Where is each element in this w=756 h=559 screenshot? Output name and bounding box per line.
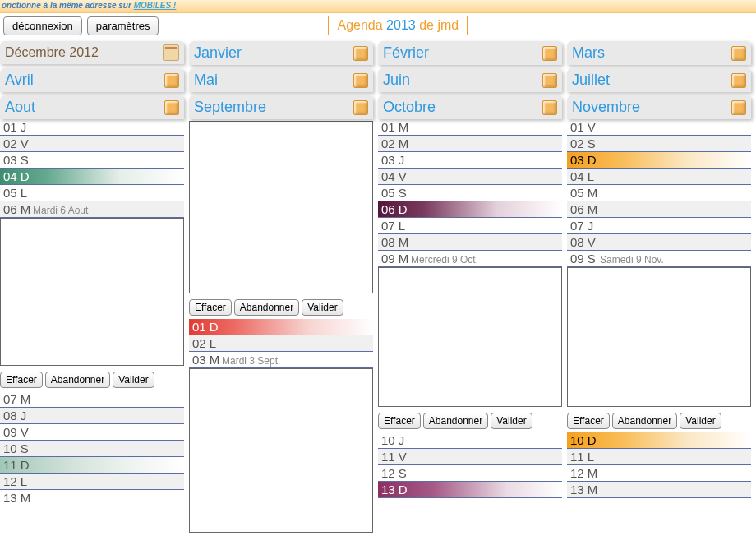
note-icon[interactable] (542, 100, 557, 115)
erase-button[interactable]: Effacer (189, 299, 232, 316)
month-header[interactable]: Aout (0, 95, 184, 119)
note-icon[interactable] (731, 46, 746, 61)
settings-button[interactable]: paramètres (87, 16, 159, 35)
validate-button[interactable]: Valider (302, 299, 343, 316)
month-header[interactable]: Avril (0, 68, 184, 92)
day-row[interactable]: 11 V (378, 449, 562, 465)
day-row[interactable]: 02 V (0, 136, 184, 152)
note-textarea[interactable] (189, 368, 373, 533)
day-editor-top: Effacer Abandonner Valider (189, 121, 373, 319)
day-row[interactable]: 07 M (0, 391, 184, 408)
validate-button[interactable]: Valider (680, 413, 721, 429)
day-row[interactable]: 04 V (378, 169, 562, 185)
day-number: 01 M (381, 120, 418, 134)
validate-button[interactable]: Valider (491, 413, 532, 429)
note-textarea[interactable] (0, 218, 184, 366)
month-header[interactable]: Mai (189, 68, 373, 92)
day-row[interactable]: 10 J (378, 432, 562, 449)
note-icon[interactable] (353, 46, 368, 61)
month-header[interactable]: Février (378, 41, 562, 65)
validate-button[interactable]: Valider (113, 372, 154, 388)
day-number: 04 V (381, 169, 418, 183)
day-row[interactable]: 05 M (567, 185, 751, 201)
day-row[interactable]: 01 D (189, 319, 373, 335)
day-row[interactable]: 02 S (567, 136, 751, 152)
erase-button[interactable]: Effacer (567, 413, 610, 429)
day-row[interactable]: 10 D (567, 432, 751, 449)
month-header[interactable]: Septembre (189, 95, 373, 119)
day-row[interactable]: 04 L (567, 169, 751, 185)
day-row[interactable]: 08 V (567, 234, 751, 251)
day-row[interactable]: 11 D (0, 457, 184, 474)
day-row[interactable]: 05 S (378, 185, 562, 201)
note-icon[interactable] (164, 73, 179, 88)
note-textarea[interactable] (189, 121, 373, 293)
abandon-button[interactable]: Abandonner (612, 413, 677, 429)
month-header[interactable]: Juillet (567, 68, 751, 92)
month-novembre: Novembre 01 V02 S03 D04 L05 M06 M07 J08 … (567, 95, 751, 535)
day-row[interactable]: 03 D (567, 152, 751, 169)
day-row[interactable]: 13 M (0, 490, 184, 506)
abandon-button[interactable]: Abandonner (45, 372, 110, 388)
day-number: 12 M (570, 466, 607, 480)
day-row[interactable]: 03 S (0, 152, 184, 169)
note-icon[interactable] (164, 100, 179, 115)
day-row[interactable]: 12 L (0, 474, 184, 490)
day-row[interactable]: 13 D (378, 482, 562, 498)
day-number: 11 D (3, 458, 40, 472)
month-header[interactable]: Janvier (189, 41, 373, 65)
day-row[interactable]: 12 M (567, 465, 751, 482)
month-label: Mars (572, 44, 605, 62)
note-textarea[interactable] (567, 267, 751, 407)
day-row[interactable]: 08 M (378, 234, 562, 251)
logout-button[interactable]: déconnexion (3, 16, 82, 35)
day-number: 12 L (3, 474, 40, 488)
month-label: Juillet (572, 72, 610, 89)
day-row[interactable]: 10 S (0, 441, 184, 457)
day-number: 01 J (3, 120, 40, 134)
banner-mobiles[interactable]: MOBILES ! (134, 1, 177, 10)
month-header[interactable]: Octobre (378, 95, 562, 119)
month-header[interactable]: Juin (378, 68, 562, 92)
note-icon[interactable] (731, 73, 746, 88)
status-banner: onctionne à la même adresse sur MOBILES … (0, 0, 756, 13)
calendar-icon[interactable] (163, 44, 179, 61)
day-row[interactable]: 08 J (0, 408, 184, 424)
day-row[interactable]: 06 D (378, 201, 562, 218)
day-number: 03 D (570, 153, 607, 167)
day-row[interactable]: 01 V (567, 119, 751, 136)
day-row[interactable]: 11 L (567, 449, 751, 465)
note-icon[interactable] (542, 46, 557, 61)
note-icon[interactable] (353, 73, 368, 88)
erase-button[interactable]: Effacer (378, 413, 421, 429)
month-header[interactable]: Décembre 2012 (0, 41, 184, 64)
day-row[interactable]: 01 J (0, 119, 184, 136)
day-number: 13 M (570, 483, 607, 497)
day-row[interactable]: 12 S (378, 465, 562, 482)
day-row[interactable]: 09 V (0, 424, 184, 441)
month-header[interactable]: Novembre (567, 95, 751, 119)
month-label: Novembre (572, 99, 640, 116)
day-row[interactable]: 05 L (0, 185, 184, 201)
month-header[interactable]: Mars (567, 41, 751, 65)
note-icon[interactable] (353, 100, 368, 115)
day-row[interactable]: 13 M (567, 482, 751, 498)
day-row[interactable]: 03 J (378, 152, 562, 169)
day-row[interactable]: 01 M (378, 119, 562, 136)
abandon-button[interactable]: Abandonner (234, 299, 299, 316)
day-row[interactable]: 06 M (567, 201, 751, 218)
month-label: Février (383, 44, 429, 62)
day-row[interactable]: 04 D (0, 169, 184, 185)
day-number: 13 D (381, 483, 418, 497)
note-textarea[interactable] (378, 267, 562, 407)
day-row[interactable]: 07 L (378, 218, 562, 234)
day-row[interactable]: 07 J (567, 218, 751, 234)
month-label: Décembre 2012 (5, 45, 99, 60)
day-row[interactable]: 02 M (378, 136, 562, 152)
note-icon[interactable] (731, 100, 746, 115)
abandon-button[interactable]: Abandonner (423, 413, 488, 429)
day-row[interactable]: 02 L (189, 335, 373, 352)
day-number: 10 D (570, 433, 607, 447)
note-icon[interactable] (542, 73, 557, 88)
erase-button[interactable]: Effacer (0, 372, 43, 388)
